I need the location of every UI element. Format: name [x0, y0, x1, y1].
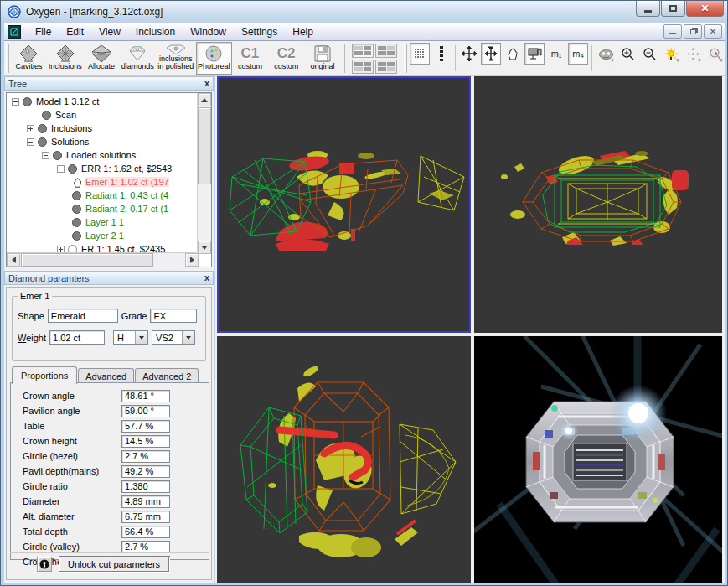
scroll-right-icon[interactable] [185, 253, 199, 267]
grade-field[interactable]: EX [150, 309, 197, 323]
expander-minus-icon[interactable] [12, 98, 19, 106]
zoom-out-icon[interactable] [639, 43, 659, 65]
menu-settings[interactable]: Settings [234, 23, 285, 40]
hscroll-thumb[interactable] [21, 253, 153, 267]
layout-single-button[interactable] [375, 60, 397, 74]
girdle-bezel-field[interactable]: 2.7 % [121, 450, 170, 463]
shape-field[interactable]: Emerald [48, 309, 118, 323]
layout-two-right-button[interactable] [375, 44, 397, 58]
girdle-valley-field[interactable]: 2.7 % [121, 541, 170, 553]
menu-file[interactable]: File [28, 23, 59, 40]
pavilion-angle-field[interactable]: 59.00 ° [121, 405, 170, 417]
vscroll-thumb[interactable] [198, 107, 211, 184]
viewport-photoreal[interactable] [474, 336, 722, 583]
camera-view-icon[interactable] [524, 43, 545, 65]
cavities-button[interactable]: Cavities [11, 42, 47, 75]
inclusions-in-polished-button[interactable]: inclusions in polished [156, 42, 196, 75]
c1-custom-button[interactable]: C1 custom [232, 42, 268, 75]
expander-minus-icon[interactable] [27, 138, 34, 146]
pavil-depth-field[interactable]: 49.2 % [121, 465, 170, 478]
tree-item-emer1[interactable]: Emer 1: 1.02 ct (197 [7, 175, 186, 189]
material-1-button[interactable]: m₁ [546, 43, 566, 65]
tree-panel-close-icon[interactable]: x [204, 78, 209, 88]
maximize-button[interactable] [661, 1, 685, 17]
unlock-cut-parameters-button[interactable]: Unlock cut parameters [59, 556, 169, 572]
params-panel-close-icon[interactable]: x [204, 272, 209, 283]
menu-window[interactable]: Window [183, 23, 234, 40]
close-button[interactable]: ✕ [686, 1, 724, 17]
toolbar-grip[interactable] [404, 44, 407, 73]
scroll-up-icon[interactable] [198, 93, 211, 106]
clarity-dropdown[interactable]: VS2 [152, 330, 195, 345]
pan-hand-icon[interactable] [503, 43, 523, 65]
move-tool-icon[interactable] [459, 43, 479, 65]
tree-item-inclusions[interactable]: Inclusions [7, 122, 186, 135]
tree-view[interactable]: Model 1 3.12 ct Scan Inclusions Solution… [6, 92, 212, 267]
tree-item-layer21[interactable]: Layer 2 1 [7, 229, 186, 242]
rotate-tool-icon[interactable] [481, 43, 501, 65]
diameter-field[interactable]: 4.89 mm [121, 495, 170, 508]
expander-minus-icon[interactable] [42, 152, 49, 159]
toolbar-grip[interactable] [6, 44, 9, 73]
tree-item-err1[interactable]: ERR 1: 1.62 ct, $2543 [7, 162, 186, 175]
tree-item-layer11[interactable]: Layer 1 1 [7, 215, 186, 229]
girdle-ratio-field[interactable]: 1.380 [121, 480, 170, 493]
viewport-top-view[interactable] [217, 336, 471, 583]
viewport-front-view[interactable] [474, 76, 722, 333]
menu-help[interactable]: Help [285, 23, 321, 40]
mdi-restore-button[interactable] [684, 24, 702, 39]
lock-button[interactable] [37, 557, 52, 572]
params-panel-titlebar[interactable]: Diamond paramters x [4, 271, 214, 285]
diamonds-button[interactable]: diamonds [120, 42, 156, 75]
crown-height-field[interactable]: 14.5 % [121, 435, 170, 448]
tree-horizontal-scrollbar[interactable] [7, 252, 199, 267]
scroll-left-icon[interactable] [7, 253, 20, 267]
zoom-in-icon[interactable] [617, 43, 638, 65]
tree-panel-titlebar[interactable]: Tree x [4, 76, 214, 91]
toolbar-grip[interactable] [343, 44, 346, 73]
mdi-minimize-button[interactable] [663, 24, 682, 39]
expander-minus-icon[interactable] [57, 165, 65, 173]
c2-custom-button[interactable]: C2 custom [268, 42, 304, 75]
document-icon[interactable] [8, 25, 21, 39]
scroll-down-icon[interactable] [198, 241, 211, 254]
inclusions-button[interactable]: Inclusions [47, 42, 83, 75]
table-field[interactable]: 57.7 % [121, 420, 170, 433]
chevron-down-icon[interactable] [182, 331, 194, 344]
render-points-icon[interactable] [410, 43, 430, 65]
tree-item-loaded-solutions[interactable]: Loaded solutions [7, 148, 186, 162]
menu-edit[interactable]: Edit [59, 23, 91, 40]
viewport-grid [215, 76, 725, 583]
title-bar[interactable]: Oxygen - [marking_3.12ct.oxg] ✕ [1, 1, 728, 23]
color-dropdown[interactable]: H [113, 330, 148, 345]
crown-angle-field[interactable]: 48.61 ° [121, 390, 170, 402]
menu-view[interactable]: View [91, 23, 128, 40]
layout-quad-button[interactable] [352, 44, 374, 58]
tree-item-radiant2[interactable]: Radiant 2: 0.17 ct (1 [7, 202, 186, 215]
original-button[interactable]: original [304, 42, 340, 75]
tree-vertical-scrollbar[interactable] [197, 93, 211, 254]
mdi-close-button[interactable]: ✕ [704, 24, 722, 39]
material-4-button[interactable]: m₄ [568, 43, 588, 65]
chevron-down-icon[interactable] [135, 331, 147, 344]
layout-two-bottom-button[interactable] [352, 60, 374, 74]
allocate-button[interactable]: Allocate [83, 42, 119, 75]
alt-diameter-field[interactable]: 6.75 mm [121, 511, 170, 523]
tree-item-model[interactable]: Model 1 3.12 ct [7, 95, 186, 108]
tree-item-radiant1[interactable]: Radiant 1: 0.43 ct (4 [7, 189, 186, 202]
photoreal-button[interactable]: Photoreal [196, 42, 232, 75]
center-model-icon[interactable]: ▼ [683, 43, 703, 65]
tree-item-scan[interactable]: Scan [7, 108, 186, 122]
menu-inclusion[interactable]: Inclusion [128, 23, 183, 40]
minimize-button[interactable] [636, 1, 660, 17]
render-dots-column-icon[interactable] [431, 43, 452, 65]
mask-face-icon[interactable]: ▼ [596, 43, 616, 65]
expander-plus-icon[interactable] [27, 125, 34, 132]
tab-proportions[interactable]: Proportions [12, 366, 77, 384]
lighting-icon[interactable]: ▼ [661, 43, 681, 65]
tree-item-solutions[interactable]: Solutions [7, 135, 186, 148]
viewport-side-view[interactable] [217, 76, 471, 333]
total-depth-field[interactable]: 66.4 % [121, 526, 170, 538]
weight-field[interactable]: 1.02 ct [49, 330, 105, 345]
inspect-zoom-icon[interactable]: ▼ [705, 43, 725, 65]
